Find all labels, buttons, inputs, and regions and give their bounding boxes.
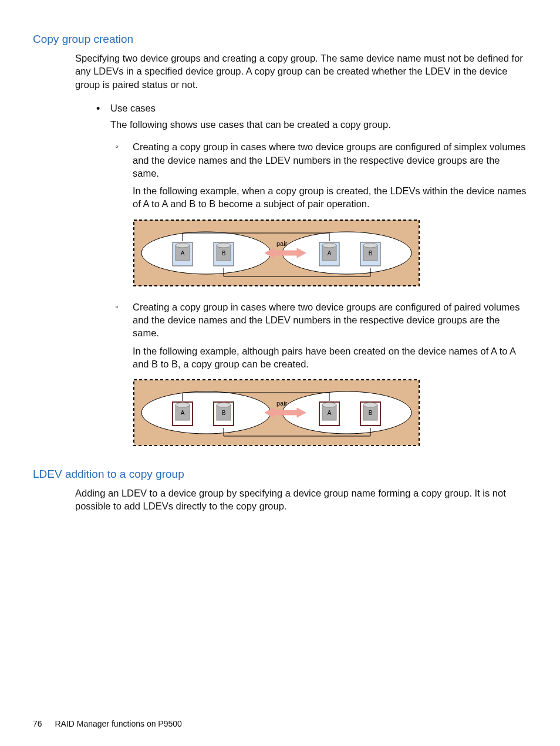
svg-point-17: [141, 391, 271, 434]
svg-point-11: [322, 243, 336, 248]
sub-item-simplex: Creating a copy group in cases where two…: [115, 140, 527, 290]
diagram2-left-a-label: A: [181, 410, 185, 416]
svg-point-14: [363, 243, 377, 248]
sub-item-1-para2: In the following example, when a copy gr…: [133, 184, 527, 211]
sub-item-2-para2: In the following example, although pairs…: [133, 345, 527, 371]
bullet-label: Use cases: [110, 103, 156, 113]
sub-list: Creating a copy group in cases where two…: [33, 140, 527, 450]
svg-point-8: [217, 243, 231, 248]
page-number: 76: [33, 719, 42, 728]
heading-ldev-addition: LDEV addition to a copy group: [33, 468, 527, 481]
svg-point-27: [322, 403, 336, 407]
diagram1-left-b-label: B: [222, 250, 226, 256]
bullet-use-cases: Use cases The following shows use cases …: [96, 102, 527, 131]
diagram1-pair-label: pair: [276, 240, 288, 247]
heading-copy-group-creation: Copy group creation: [33, 33, 527, 46]
diagram2-right-a-label: A: [328, 410, 332, 416]
diagram2-right-b-label: B: [369, 410, 373, 416]
diagram-paired: A B A: [133, 379, 527, 450]
diagram1-right-b-label: B: [369, 250, 373, 256]
svg-point-21: [176, 403, 190, 407]
bullet-subtext: The following shows use cases that can b…: [110, 118, 527, 131]
pair-diagram-svg: A B A: [133, 219, 420, 287]
diagram1-right-a-label: A: [328, 250, 332, 256]
svg-point-1: [141, 232, 271, 274]
svg-point-5: [176, 243, 190, 248]
svg-point-24: [217, 403, 231, 407]
svg-point-30: [363, 403, 377, 407]
paragraph-intro-2: Adding an LDEV to a device group by spec…: [33, 487, 527, 513]
pair-diagram-svg-2: A B A: [133, 379, 420, 447]
diagram2-left-b-label: B: [222, 410, 226, 416]
sub-item-1-para1: Creating a copy group in cases where two…: [133, 140, 527, 180]
sub-item-paired: Creating a copy group in cases where two…: [115, 301, 527, 450]
sub-item-2-para1: Creating a copy group in cases where two…: [133, 301, 527, 340]
paragraph-intro-1: Specifying two device groups and creatin…: [33, 52, 527, 91]
bullet-list: Use cases The following shows use cases …: [33, 102, 527, 131]
footer-title: RAID Manager functions on P9500: [55, 719, 181, 728]
diagram2-pair-label: pair: [276, 400, 288, 407]
page-footer: 76 RAID Manager functions on P9500: [33, 719, 182, 728]
diagram-simplex: A B A: [133, 219, 527, 290]
document-page: Copy group creation Specifying two devic…: [0, 0, 560, 746]
diagram1-left-a-label: A: [181, 250, 185, 256]
